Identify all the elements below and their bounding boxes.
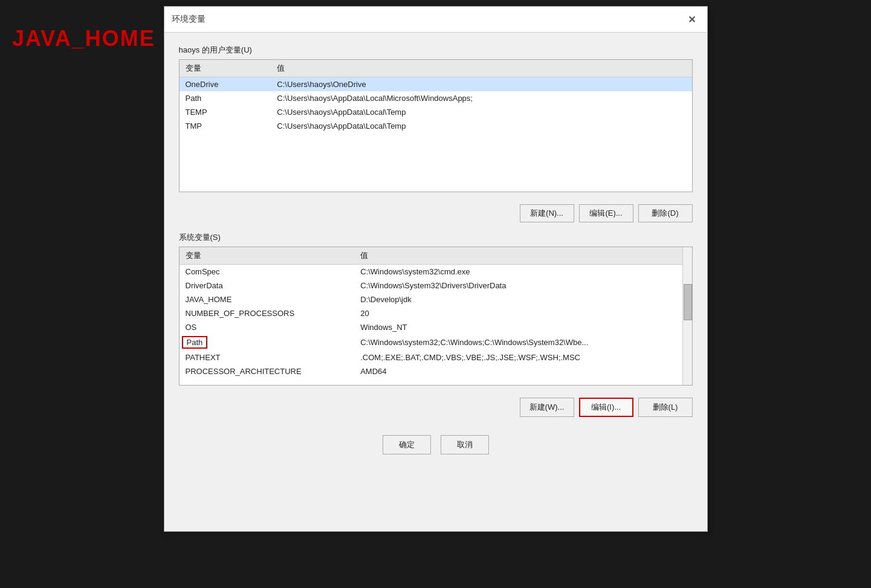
sys-row-val: Windows_NT: [354, 320, 682, 334]
user-row-val: C:\Users\haoys\AppData\Local\Temp: [271, 119, 691, 133]
sys-row-val: 20: [354, 306, 682, 320]
table-row[interactable]: Path C:\Users\haoys\AppData\Local\Micros…: [180, 91, 692, 105]
user-variables-section: haoys 的用户变量(U) 变量 值 OneDrive C:\: [179, 45, 693, 192]
sys-new-button[interactable]: 新建(W)...: [520, 398, 574, 417]
dialog-close-button[interactable]: ✕: [684, 11, 700, 27]
sys-row-var: JAVA_HOME: [180, 292, 355, 306]
ok-button[interactable]: 确定: [383, 435, 431, 454]
sys-col-val: 值: [354, 247, 682, 265]
user-variables-table-container: 变量 值 OneDrive C:\Users\haoys\OneDrive Pa…: [179, 59, 693, 192]
user-section-label: haoys 的用户变量(U): [179, 45, 693, 56]
dialog-title: 环境变量: [172, 14, 206, 25]
user-buttons-row: 新建(N)... 编辑(E)... 删除(D): [179, 204, 693, 222]
sys-variables-table: 变量 值 ComSpec C:\Windows\system32\cmd.exe…: [180, 247, 682, 378]
table-row[interactable]: PROCESSOR_ARCHITECTURE AMD64: [180, 364, 682, 378]
sys-path-var: Path: [180, 334, 355, 351]
user-row-val: C:\Users\haoys\AppData\Local\Temp: [271, 105, 691, 119]
dialog-bottom-buttons: 确定 取消: [179, 427, 693, 464]
table-row[interactable]: JAVA_HOME D:\Develop\jdk: [180, 292, 682, 306]
env-variables-dialog: 环境变量 ✕ haoys 的用户变量(U) 变量 值: [164, 6, 708, 532]
sys-row-var: OS: [180, 320, 355, 334]
system-variables-section: 系统变量(S) 变量 值 ComSpec C:\Windows\: [179, 232, 693, 386]
table-row[interactable]: PATHEXT .COM;.EXE;.BAT;.CMD;.VBS;.VBE;.J…: [180, 351, 682, 364]
dialog-overlay: 环境变量 ✕ haoys 的用户变量(U) 变量 值: [0, 0, 871, 588]
table-row[interactable]: Path C:\Windows\system32;C:\Windows;C:\W…: [180, 334, 682, 351]
table-row[interactable]: OS Windows_NT: [180, 320, 682, 334]
dialog-titlebar: 环境变量 ✕: [164, 7, 707, 33]
user-new-button[interactable]: 新建(N)...: [520, 204, 574, 222]
path-highlight-box: Path: [182, 336, 208, 349]
user-row-var: OneDrive: [180, 77, 271, 92]
sys-variables-table-container: 变量 值 ComSpec C:\Windows\system32\cmd.exe…: [179, 247, 693, 386]
sys-row-var: NUMBER_OF_PROCESSORS: [180, 306, 355, 320]
sys-row-var: DriverData: [180, 279, 355, 292]
scrollbar-thumb[interactable]: [684, 284, 692, 320]
table-row[interactable]: TMP C:\Users\haoys\AppData\Local\Temp: [180, 119, 692, 133]
user-row-val: C:\Users\haoys\OneDrive: [271, 77, 691, 92]
dialog-body: haoys 的用户变量(U) 变量 值 OneDrive C:\: [164, 33, 707, 531]
table-row[interactable]: OneDrive C:\Users\haoys\OneDrive: [180, 77, 692, 92]
sys-row-val: .COM;.EXE;.BAT;.CMD;.VBS;.VBE;.JS;.JSE;.…: [354, 351, 682, 364]
sys-row-val: C:\Windows\system32\cmd.exe: [354, 265, 682, 279]
system-section-label: 系统变量(S): [179, 232, 693, 243]
table-row[interactable]: ComSpec C:\Windows\system32\cmd.exe: [180, 265, 682, 279]
user-col-var: 变量: [180, 60, 271, 77]
sys-table-scrollbar[interactable]: [682, 247, 692, 385]
sys-col-var: 变量: [180, 247, 355, 265]
sys-row-var: PROCESSOR_ARCHITECTURE: [180, 364, 355, 378]
user-edit-button[interactable]: 编辑(E)...: [579, 204, 633, 222]
sys-row-val: D:\Develop\jdk: [354, 292, 682, 306]
sys-row-var: ComSpec: [180, 265, 355, 279]
user-row-val: C:\Users\haoys\AppData\Local\Microsoft\W…: [271, 91, 691, 105]
sys-buttons-row: 新建(W)... 编辑(I)... 删除(L): [179, 398, 693, 417]
sys-path-val: C:\Windows\system32;C:\Windows;C:\Window…: [354, 334, 682, 351]
user-col-val: 值: [271, 60, 691, 77]
sys-row-val: AMD64: [354, 364, 682, 378]
sys-delete-button[interactable]: 删除(L): [638, 398, 693, 417]
user-row-var: Path: [180, 91, 271, 105]
user-variables-table: 变量 值 OneDrive C:\Users\haoys\OneDrive Pa…: [180, 60, 692, 133]
sys-row-val: C:\Windows\System32\Drivers\DriverData: [354, 279, 682, 292]
sys-edit-button[interactable]: 编辑(I)...: [579, 398, 633, 417]
sys-row-var: PATHEXT: [180, 351, 355, 364]
table-row[interactable]: TEMP C:\Users\haoys\AppData\Local\Temp: [180, 105, 692, 119]
user-row-var: TMP: [180, 119, 271, 133]
table-row[interactable]: DriverData C:\Windows\System32\Drivers\D…: [180, 279, 682, 292]
user-row-var: TEMP: [180, 105, 271, 119]
user-delete-button[interactable]: 删除(D): [638, 204, 693, 222]
cancel-button[interactable]: 取消: [441, 435, 489, 454]
table-row[interactable]: NUMBER_OF_PROCESSORS 20: [180, 306, 682, 320]
